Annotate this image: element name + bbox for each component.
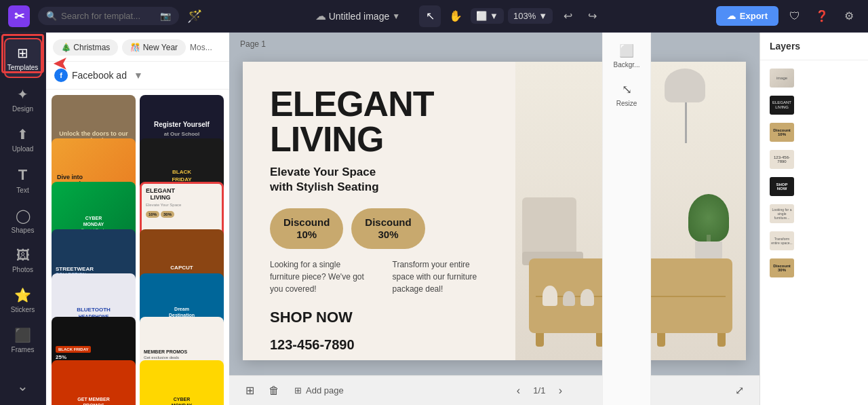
layer-item-8[interactable]: Discount30% bbox=[766, 256, 863, 280]
resize-icon: ⤡ bbox=[622, 82, 632, 97]
export-button[interactable]: ☁ Export bbox=[716, 6, 778, 26]
new-year-tag-btn[interactable]: 🎊 New Year bbox=[122, 39, 186, 56]
sidebar-item-photos[interactable]: 🖼 Photos bbox=[4, 242, 42, 279]
vase-1 bbox=[542, 286, 557, 306]
canvas-title: ELEGANT LIVING bbox=[270, 86, 488, 157]
settings-icon-btn[interactable]: ⚙ bbox=[838, 5, 860, 27]
stickers-label: Stickers bbox=[11, 306, 35, 313]
templates-tags-row: 🎄 Christmas 🎊 New Year Mos... bbox=[46, 33, 229, 62]
zoom-control[interactable]: 103% ▼ bbox=[508, 8, 553, 24]
sidebar-item-stickers[interactable]: ⭐ Stickers bbox=[4, 282, 42, 319]
main-area: ⊞ Templates ✦ Design ⬆ Upload T Text ◯ S… bbox=[0, 33, 868, 405]
discount-badge-1: Discound 10% bbox=[270, 208, 343, 249]
sidebar-item-text[interactable]: T Text bbox=[4, 161, 42, 199]
templates-panel: 🎄 Christmas 🎊 New Year Mos... f Facebook… bbox=[46, 33, 229, 405]
lamp-shade bbox=[665, 69, 705, 102]
facebook-ad-selector[interactable]: f Facebook ad ▼ bbox=[46, 62, 229, 90]
template-card-13-content: GET MEMBER PROMOS bbox=[52, 360, 136, 405]
sidebar-item-frames[interactable]: ⬛ Frames bbox=[4, 322, 42, 359]
more-tag-btn[interactable]: Mos... bbox=[190, 43, 212, 52]
sideboard-items bbox=[542, 286, 594, 306]
canvas-wrapper: ELEGANT LIVING Elevate Your Spacewith St… bbox=[229, 33, 760, 375]
leg-3 bbox=[657, 333, 665, 347]
layers-header: Layers bbox=[760, 33, 868, 60]
sidebar-item-more[interactable]: ⌄ bbox=[4, 372, 42, 400]
redo-btn[interactable]: ↪ bbox=[581, 5, 603, 27]
canvas-area: Page 1 ⬜ Backgr... ⤡ Resize ELEGANT LIVI… bbox=[229, 33, 760, 405]
sidebar-item-design[interactable]: ✦ Design bbox=[4, 81, 42, 118]
shapes-label: Shapes bbox=[12, 227, 35, 234]
page-thumbnail-btn[interactable]: ⊞ bbox=[240, 381, 259, 400]
frames-icon: ⬛ bbox=[14, 327, 31, 343]
leg-1 bbox=[536, 333, 544, 347]
background-tool-btn[interactable]: ⬜ Backgr... bbox=[606, 38, 647, 74]
add-page-icon: ⊞ bbox=[294, 385, 302, 396]
discount-text-row: Looking for a single furniture piece? We… bbox=[270, 258, 488, 295]
layer-item-4[interactable]: 123-456-7890 bbox=[766, 147, 863, 172]
layer-item-7[interactable]: Transform entire space... bbox=[766, 229, 863, 253]
frame-icon: ⬜ bbox=[476, 11, 487, 21]
lamp-cord bbox=[685, 102, 687, 143]
next-page-btn[interactable]: › bbox=[551, 381, 570, 400]
export-icon: ☁ bbox=[727, 11, 736, 21]
camera-search-icon[interactable]: 📷 bbox=[160, 11, 171, 21]
template-card-13[interactable]: GET MEMBER PROMOS bbox=[52, 360, 136, 405]
templates-label: Templates bbox=[7, 64, 39, 71]
template-card-14-content: CYBER MONDAY bbox=[140, 360, 224, 405]
discount-row: Discound 10% Discound 30% bbox=[270, 208, 488, 249]
plant-decoration bbox=[692, 208, 726, 262]
layer-item-5[interactable]: SHOP NOW bbox=[766, 174, 863, 199]
add-page-btn[interactable]: ⊞ Add page bbox=[289, 381, 349, 400]
resize-tool-btn[interactable]: ⤡ Resize bbox=[606, 77, 647, 113]
sidebar-item-shapes[interactable]: ◯ Shapes bbox=[4, 202, 42, 239]
shield-icon-btn[interactable]: 🛡 bbox=[784, 5, 806, 27]
new-year-tag-label: 🎊 New Year bbox=[130, 43, 178, 52]
dropdown-arrow-icon[interactable]: ▼ bbox=[392, 12, 400, 21]
layer-thumb-7: Transform entire space... bbox=[770, 231, 794, 250]
upload-icon: ⬆ bbox=[17, 126, 28, 142]
text-icon: T bbox=[18, 166, 27, 184]
bottom-left-actions: ⊞ 🗑 ⊞ Add page bbox=[240, 381, 349, 400]
templates-icon: ⊞ bbox=[17, 45, 28, 61]
help-icon-btn[interactable]: ❓ bbox=[811, 5, 833, 27]
sidebar-item-upload[interactable]: ⬆ Upload bbox=[4, 121, 42, 158]
app-logo[interactable]: ✂ bbox=[8, 5, 30, 27]
delete-page-btn[interactable]: 🗑 bbox=[264, 381, 283, 400]
vase-3 bbox=[580, 289, 594, 306]
search-input[interactable] bbox=[61, 11, 156, 21]
file-title-area[interactable]: ☁ Untitled image ▼ bbox=[315, 9, 400, 22]
design-label: Design bbox=[12, 105, 33, 113]
frames-label: Frames bbox=[12, 346, 35, 353]
christmas-tag-btn[interactable]: 🎄 Christmas bbox=[53, 39, 118, 56]
layer-item-3[interactable]: Discount10% bbox=[766, 120, 863, 144]
discount-desc-1: Looking for a single furniture piece? We… bbox=[270, 258, 366, 295]
layer-thumb-3: Discount10% bbox=[770, 123, 794, 142]
stickers-icon: ⭐ bbox=[14, 287, 31, 303]
layer-thumb-8: Discount30% bbox=[770, 258, 794, 277]
canvas-right-tools: ⬜ Backgr... ⤡ Resize bbox=[602, 33, 651, 405]
add-page-label: Add page bbox=[306, 385, 344, 396]
select-tool-btn[interactable]: ↖ bbox=[419, 5, 441, 27]
toolbar-icons: ↖ ✋ ⬜ ▼ 103% ▼ ↩ ↪ bbox=[419, 5, 603, 27]
facebook-ad-label: Facebook ad bbox=[72, 70, 127, 81]
search-bar[interactable]: 🔍 📷 bbox=[38, 7, 179, 25]
sidebar-item-templates[interactable]: ⊞ Templates bbox=[4, 38, 42, 78]
frame-tool-group[interactable]: ⬜ ▼ bbox=[471, 8, 504, 24]
canvas[interactable]: ELEGANT LIVING Elevate Your Spacewith St… bbox=[243, 62, 746, 360]
magic-wand-icon[interactable]: 🪄 bbox=[187, 9, 202, 24]
lamp-decoration bbox=[665, 69, 705, 150]
fit-to-screen-btn[interactable]: ⤢ bbox=[730, 381, 749, 400]
facebook-icon: f bbox=[54, 69, 68, 82]
upload-label: Upload bbox=[12, 145, 34, 153]
undo-btn[interactable]: ↩ bbox=[557, 5, 578, 27]
template-card-14[interactable]: CYBER MONDAY bbox=[140, 360, 224, 405]
layer-thumb-5: SHOP NOW bbox=[770, 177, 794, 196]
prev-page-btn[interactable]: ‹ bbox=[509, 381, 528, 400]
layer-item-1[interactable]: image bbox=[766, 66, 863, 90]
canvas-content: ELEGANT LIVING Elevate Your Spacewith St… bbox=[243, 62, 515, 360]
canvas-shop-now: SHOP NOW bbox=[270, 309, 488, 326]
layer-item-2[interactable]: ELEGANT LIVING bbox=[766, 93, 863, 117]
hand-tool-btn[interactable]: ✋ bbox=[445, 5, 467, 27]
layer-item-6[interactable]: Looking for a single furniture... bbox=[766, 201, 863, 226]
tools-sidebar: ⊞ Templates ✦ Design ⬆ Upload T Text ◯ S… bbox=[0, 33, 46, 405]
